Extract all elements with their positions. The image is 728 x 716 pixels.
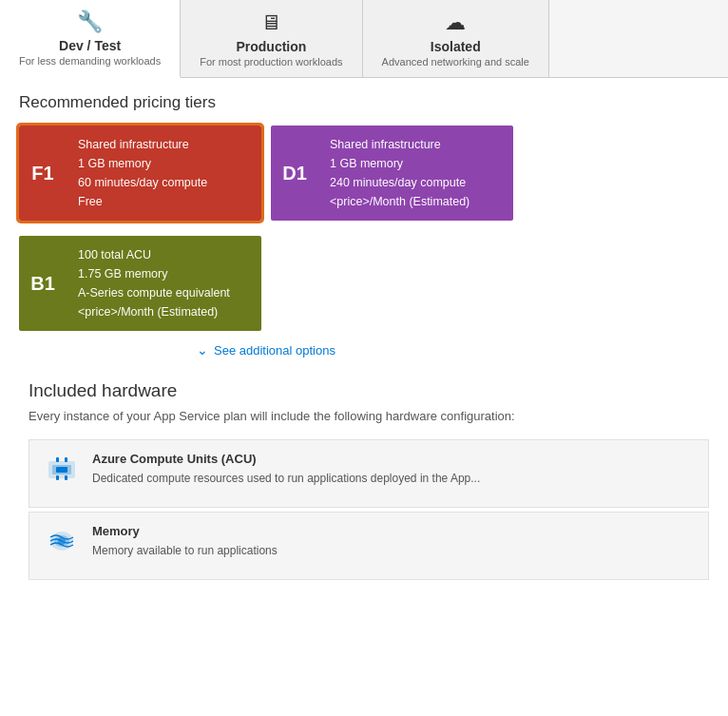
tab-isolated-title: Isolated xyxy=(431,39,481,54)
tab-dev-test[interactable]: 🔧 Dev / Test For less demanding workload… xyxy=(0,0,181,78)
acu-icon xyxy=(43,452,81,484)
tier-card-b1[interactable]: B1 100 total ACU 1.75 GB memory A-Series… xyxy=(19,236,261,331)
memory-icon xyxy=(43,524,81,556)
hardware-item-acu-title: Azure Compute Units (ACU) xyxy=(92,452,695,466)
tier-details-b1: 100 total ACU 1.75 GB memory A-Series co… xyxy=(67,236,261,331)
tab-dev-test-subtitle: For less demanding workloads xyxy=(19,55,161,67)
tier-d1-feature-1: Shared infrastructure xyxy=(330,135,502,154)
tab-production-subtitle: For most production workloads xyxy=(200,56,342,68)
tab-isolated-subtitle: Advanced networking and scale xyxy=(382,56,529,68)
tab-production[interactable]: 🖥 Production For most production workloa… xyxy=(181,0,362,77)
tier-grid-bottom: B1 100 total ACU 1.75 GB memory A-Series… xyxy=(19,236,261,331)
tier-card-d1[interactable]: D1 Shared infrastructure 1 GB memory 240… xyxy=(271,126,513,221)
tab-strip: 🔧 Dev / Test For less demanding workload… xyxy=(0,0,728,78)
chevron-down-icon: ⌄ xyxy=(197,342,208,358)
wrench-icon: 🔧 xyxy=(77,10,103,34)
svg-rect-5 xyxy=(65,475,67,480)
additional-options-link[interactable]: ⌄ See additional options xyxy=(19,342,513,358)
tier-f1-feature-2: 1 GB memory xyxy=(78,154,250,173)
hardware-title: Included hardware xyxy=(29,380,709,401)
hardware-desc: Every instance of your App Service plan … xyxy=(29,407,709,426)
tier-b1-feature-1: 100 total ACU xyxy=(78,245,250,264)
section-title: Recommended pricing tiers xyxy=(19,93,709,112)
server-icon: 🖥 xyxy=(260,10,281,35)
hardware-item-memory-title: Memory xyxy=(92,524,695,538)
tier-f1-feature-1: Shared infrastructure xyxy=(78,135,250,154)
hardware-item-acu-content: Azure Compute Units (ACU) Dedicated comp… xyxy=(92,452,695,487)
tab-isolated[interactable]: ☁ Isolated Advanced networking and scale xyxy=(363,0,549,77)
cloud-icon: ☁ xyxy=(445,10,466,35)
hardware-item-acu-desc: Dedicated compute resources used to run … xyxy=(92,470,695,487)
svg-rect-2 xyxy=(56,457,59,462)
tier-d1-feature-3: 240 minutes/day compute xyxy=(330,173,502,192)
svg-rect-4 xyxy=(56,475,59,480)
tab-production-title: Production xyxy=(236,39,306,54)
tier-b1-feature-4: <price>/Month (Estimated) xyxy=(78,302,250,321)
tab-dev-test-title: Dev / Test xyxy=(59,38,121,53)
hardware-section: Included hardware Every instance of your… xyxy=(29,380,709,580)
tier-d1-feature-4: <price>/Month (Estimated) xyxy=(330,192,502,211)
tier-f1-feature-3: 60 minutes/day compute xyxy=(78,173,250,192)
svg-rect-3 xyxy=(65,457,67,462)
tier-label-f1: F1 xyxy=(19,126,67,221)
tier-b1-feature-2: 1.75 GB memory xyxy=(78,264,250,283)
hardware-item-acu: Azure Compute Units (ACU) Dedicated comp… xyxy=(29,439,709,508)
tier-b1-feature-3: A-Series compute equivalent xyxy=(78,283,250,302)
tier-details-d1: Shared infrastructure 1 GB memory 240 mi… xyxy=(318,126,513,221)
tier-d1-feature-2: 1 GB memory xyxy=(330,154,502,173)
main-content: Recommended pricing tiers F1 Shared infr… xyxy=(0,78,728,599)
tier-grid-top: F1 Shared infrastructure 1 GB memory 60 … xyxy=(19,126,513,221)
hardware-item-memory: Memory Memory available to run applicati… xyxy=(29,512,709,580)
tier-card-f1[interactable]: F1 Shared infrastructure 1 GB memory 60 … xyxy=(19,126,261,221)
tier-details-f1: Shared infrastructure 1 GB memory 60 min… xyxy=(67,126,261,221)
additional-options-label: See additional options xyxy=(214,343,335,358)
tier-label-b1: B1 xyxy=(19,236,67,331)
tier-f1-feature-4: Free xyxy=(78,192,250,211)
svg-rect-6 xyxy=(56,467,67,473)
hardware-item-memory-desc: Memory available to run applications xyxy=(92,542,695,559)
hardware-item-memory-content: Memory Memory available to run applicati… xyxy=(92,524,695,559)
tier-label-d1: D1 xyxy=(271,126,318,221)
